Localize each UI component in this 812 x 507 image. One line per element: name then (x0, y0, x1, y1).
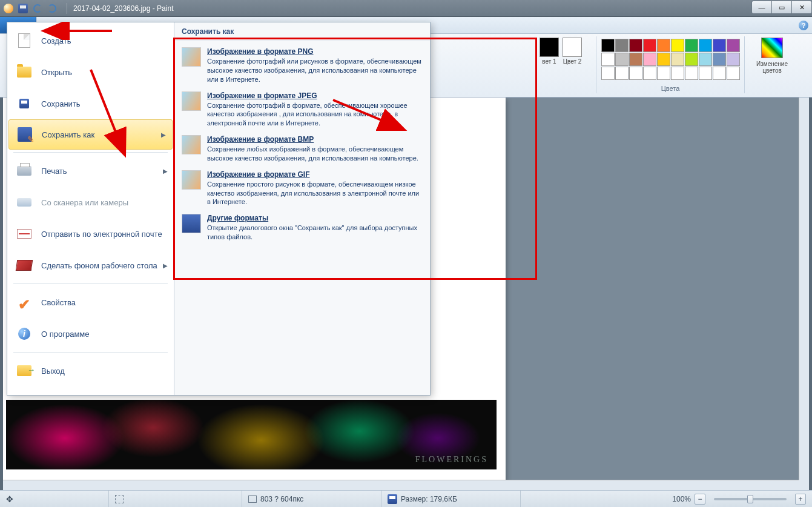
file-menu-label: Печать (41, 167, 67, 176)
watermark-text: FLOWERINGS (415, 455, 488, 465)
file-menu-item-mail[interactable]: Отправить по электронной почте (7, 218, 174, 250)
file-menu-label: Выход (41, 366, 65, 376)
file-menu-item-printer[interactable]: Печать▶ (7, 155, 174, 187)
edit-colors-button[interactable]: Изменение цветов (745, 36, 799, 74)
file-menu-item-info[interactable]: iО программе (7, 318, 174, 350)
file-menu-label: Со сканера или камеры (41, 198, 128, 207)
saveas-option[interactable]: Другие форматыОткрытие диалогового окна … (179, 210, 425, 245)
color-swatch[interactable] (657, 39, 670, 52)
format-icon (182, 135, 201, 154)
color-palette (601, 39, 739, 80)
qat-redo-icon[interactable] (46, 2, 58, 15)
color1-button[interactable]: вет 1 (540, 38, 559, 65)
color-swatch[interactable] (643, 39, 656, 52)
file-menu-item-doc[interactable]: Создать (7, 25, 174, 56)
color-swatch[interactable] (699, 53, 712, 66)
color-swatch[interactable] (699, 67, 712, 80)
zoom-out-button[interactable]: − (695, 494, 705, 505)
color-swatch[interactable] (615, 53, 629, 66)
file-menu-label: Сделать фоном рабочего стола (41, 261, 157, 270)
color-swatch[interactable] (727, 39, 740, 52)
saveas-option[interactable]: Изображение в формате PNGСохранение фото… (179, 44, 425, 88)
app-icon (4, 4, 13, 13)
color-swatch[interactable] (601, 39, 615, 52)
saveas-options: Изображение в формате PNGСохранение фото… (174, 41, 430, 248)
saveas-option-title: Изображение в формате GIF (207, 170, 423, 179)
file-menu-item-exit[interactable]: Выход (7, 355, 174, 386)
folder-icon (16, 64, 33, 81)
color-swatch[interactable] (671, 53, 684, 66)
saveas-option-desc: Сохранение любых изображений в формате, … (207, 145, 423, 163)
file-menu-item-saveas[interactable]: Сохранить как▶ (8, 119, 173, 150)
file-menu-item-scanner: Со сканера или камеры (7, 187, 174, 218)
saveas-option-title: Изображение в формате BMP (207, 135, 423, 144)
file-menu-item-desktop[interactable]: Сделать фоном рабочего стола▶ (7, 250, 174, 281)
color-swatch[interactable] (643, 67, 656, 80)
quick-access-toolbar (17, 2, 58, 15)
saveas-option-desc: Сохранение фотографий в формате, обеспеч… (207, 101, 423, 128)
zoom-slider[interactable] (714, 498, 787, 500)
color-swatch[interactable] (671, 39, 684, 52)
color-swatch[interactable] (685, 53, 698, 66)
color-swatch[interactable] (699, 39, 712, 52)
zoom-in-button[interactable]: + (795, 494, 806, 505)
color2-button[interactable]: Цвет 2 (563, 38, 582, 65)
vertical-scrollbar[interactable] (799, 98, 809, 480)
color1-label: вет 1 (542, 58, 556, 65)
qat-undo-icon[interactable] (31, 2, 44, 15)
color-swatch[interactable] (657, 53, 670, 66)
color-swatch[interactable] (629, 53, 642, 66)
saveas-option-desc: Открытие диалогового окна "Сохранить как… (207, 224, 423, 242)
saveas-icon (16, 126, 33, 143)
submenu-arrow-icon: ▶ (163, 168, 168, 174)
saveas-option[interactable]: Изображение в формате JPEGСохранение фот… (179, 88, 425, 132)
color-swatch[interactable] (727, 67, 740, 80)
close-button[interactable]: ✕ (791, 1, 812, 14)
saveas-option[interactable]: Изображение в формате GIFСохранение прос… (179, 167, 425, 211)
file-menu-label: Сохранить как (42, 130, 94, 139)
horizontal-scrollbar[interactable] (3, 480, 799, 490)
submenu-arrow-icon: ▶ (163, 262, 168, 269)
color-swatch[interactable] (685, 67, 698, 80)
color-swatch[interactable] (657, 67, 670, 80)
saveas-option[interactable]: Изображение в формате BMPСохранение любы… (179, 131, 425, 167)
color-swatch[interactable] (615, 39, 629, 52)
color-swatch[interactable] (713, 39, 726, 52)
color-swatch[interactable] (615, 67, 629, 80)
selection-icon (115, 495, 124, 503)
color2-swatch (563, 38, 582, 57)
saveas-option-title: Другие форматы (207, 214, 423, 222)
info-icon: i (16, 325, 33, 342)
maximize-button[interactable]: ▭ (771, 1, 792, 14)
file-menu-label: Создать (41, 36, 71, 45)
exit-icon (16, 362, 33, 379)
dimensions-icon (248, 495, 257, 503)
doc-icon (16, 32, 33, 49)
color-swatch[interactable] (685, 39, 698, 52)
file-menu-item-check[interactable]: ✔Свойства (7, 287, 174, 318)
minimize-button[interactable]: — (751, 1, 772, 14)
color-swatch[interactable] (643, 53, 656, 66)
scroll-corner (799, 480, 809, 490)
color-swatch[interactable] (629, 39, 642, 52)
file-menu-item-save[interactable]: Сохранить (7, 88, 174, 119)
file-menu-label: Отправить по электронной почте (41, 230, 162, 239)
help-button[interactable]: ? (799, 21, 808, 30)
save-icon (16, 95, 33, 112)
edit-colors-label: Изменение цветов (756, 61, 788, 74)
color-swatch[interactable] (629, 67, 642, 80)
zoom-text: 100% (672, 495, 691, 503)
file-menu-item-folder[interactable]: Открыть (7, 56, 174, 88)
filesize-text: Размер: 179,6КБ (401, 495, 457, 503)
color-swatch[interactable] (727, 53, 740, 66)
format-icon (182, 170, 201, 190)
color-swatch[interactable] (671, 67, 684, 80)
colors-group-label: Цвета (596, 85, 744, 93)
color-swatch[interactable] (601, 67, 615, 80)
separator (67, 3, 67, 14)
color-swatch[interactable] (713, 67, 726, 80)
saveas-option-title: Изображение в формате PNG (207, 47, 423, 56)
color-swatch[interactable] (601, 53, 615, 66)
color-swatch[interactable] (713, 53, 726, 66)
qat-save-icon[interactable] (17, 2, 29, 15)
